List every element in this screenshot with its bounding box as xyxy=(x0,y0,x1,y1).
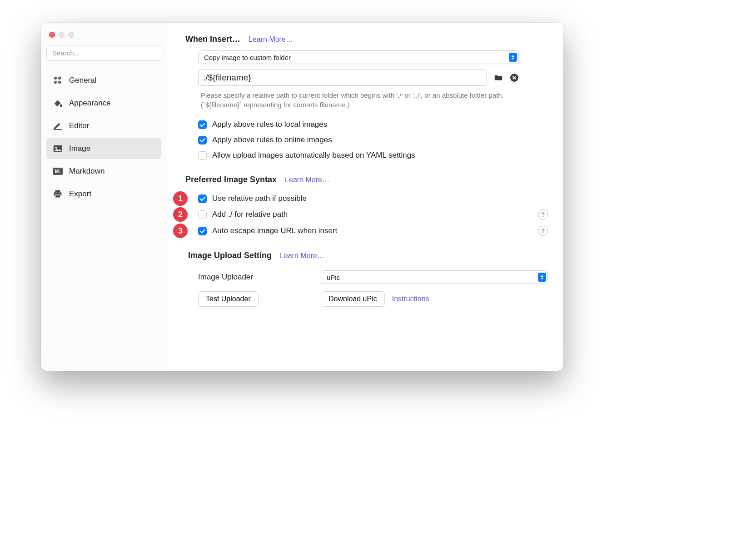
checkbox-apply-online[interactable] xyxy=(198,136,207,144)
sidebar-item-markdown[interactable]: M↓ Markdown xyxy=(46,161,161,182)
printer-icon xyxy=(53,189,63,199)
checkbox-add-dotslash[interactable] xyxy=(198,210,207,219)
chevron-updown-icon xyxy=(509,53,517,62)
image-icon xyxy=(53,144,63,154)
grid-icon xyxy=(53,75,63,85)
minimize-window-button[interactable] xyxy=(59,32,65,38)
maximize-window-button[interactable] xyxy=(68,32,74,38)
sidebar-item-label: Editor xyxy=(69,121,89,130)
select-value: uPic xyxy=(327,274,340,281)
learn-more-link[interactable]: Learn More… xyxy=(285,176,329,184)
test-uploader-button[interactable]: Test Uploader xyxy=(198,291,259,307)
image-folder-path-input[interactable] xyxy=(198,70,487,86)
checkbox-yaml-upload[interactable] xyxy=(198,151,207,160)
select-value: Copy image to custom folder xyxy=(204,54,291,61)
section-header-syntax: Preferred Image Syntax Learn More… xyxy=(185,175,548,184)
checkbox-label: Apply above rules to local images xyxy=(212,120,327,129)
uploader-field-label: Image Uploader xyxy=(198,273,321,282)
download-uploader-button[interactable]: Download uPic xyxy=(321,291,385,307)
checkbox-label: Use relative path if possible xyxy=(212,194,307,203)
insert-action-select[interactable]: Copy image to custom folder xyxy=(198,50,519,64)
sidebar-item-label: General xyxy=(69,76,96,85)
preferences-window: General Appearance Editor Image xyxy=(41,23,563,371)
learn-more-link[interactable]: Learn More… xyxy=(249,35,293,44)
svg-rect-11 xyxy=(55,195,60,198)
checkbox-auto-escape-url[interactable] xyxy=(198,227,207,235)
open-folder-button[interactable] xyxy=(493,73,503,83)
svg-point-1 xyxy=(58,77,61,80)
annotation-badge-3: 3 xyxy=(173,224,188,238)
help-icon[interactable]: ? xyxy=(538,226,548,236)
checkbox-label: Apply above rules to online images xyxy=(212,135,332,144)
section-header-insert: When Insert… Learn More… xyxy=(185,35,548,44)
sidebar-item-label: Markdown xyxy=(69,167,104,176)
annotation-badge-1: 1 xyxy=(173,191,188,206)
sidebar: General Appearance Editor Image xyxy=(41,23,167,371)
paint-bucket-icon xyxy=(53,98,63,108)
section-header-upload: Image Upload Setting Learn More… xyxy=(185,251,548,260)
instructions-link[interactable]: Instructions xyxy=(392,295,429,303)
sidebar-item-export[interactable]: Export xyxy=(46,184,161,204)
section-title: When Insert… xyxy=(185,35,240,44)
path-hint-text: Please specify a relative path to curren… xyxy=(198,90,519,117)
svg-rect-9 xyxy=(55,190,60,193)
close-window-button[interactable] xyxy=(49,32,55,38)
sidebar-nav: General Appearance Editor Image xyxy=(46,70,161,204)
sidebar-item-image[interactable]: Image xyxy=(46,138,161,159)
clear-path-button[interactable] xyxy=(510,73,519,82)
chevron-updown-icon xyxy=(538,273,546,282)
svg-text:M↓: M↓ xyxy=(55,169,61,174)
svg-point-4 xyxy=(60,105,62,107)
svg-point-3 xyxy=(58,81,61,84)
help-icon[interactable]: ? xyxy=(538,209,548,219)
section-title: Image Upload Setting xyxy=(188,251,272,260)
learn-more-link[interactable]: Learn More… xyxy=(280,252,324,260)
checkbox-use-relative-path[interactable] xyxy=(198,194,207,203)
settings-panel-image: When Insert… Learn More… Copy image to c… xyxy=(167,23,563,371)
pencil-icon xyxy=(53,121,63,131)
window-controls xyxy=(46,31,161,45)
section-title: Preferred Image Syntax xyxy=(185,175,277,184)
sidebar-item-editor[interactable]: Editor xyxy=(46,115,161,136)
annotation-badge-2: 2 xyxy=(173,207,188,222)
checkbox-label: Add ./ for relative path xyxy=(212,210,288,219)
markdown-icon: M↓ xyxy=(53,166,63,176)
sidebar-item-appearance[interactable]: Appearance xyxy=(46,93,161,114)
checkbox-apply-local[interactable] xyxy=(198,120,207,129)
sidebar-item-label: Export xyxy=(69,189,91,199)
sidebar-item-label: Image xyxy=(69,144,90,153)
svg-point-0 xyxy=(54,77,57,80)
checkbox-label: Allow upload images automatically based … xyxy=(212,151,415,160)
checkbox-label: Auto escape image URL when insert xyxy=(212,226,337,235)
sidebar-item-general[interactable]: General xyxy=(46,70,161,91)
sidebar-item-label: Appearance xyxy=(69,99,111,108)
svg-point-6 xyxy=(55,147,57,149)
image-uploader-select[interactable]: uPic xyxy=(321,270,548,284)
search-input[interactable] xyxy=(46,45,161,61)
svg-point-2 xyxy=(54,81,57,84)
